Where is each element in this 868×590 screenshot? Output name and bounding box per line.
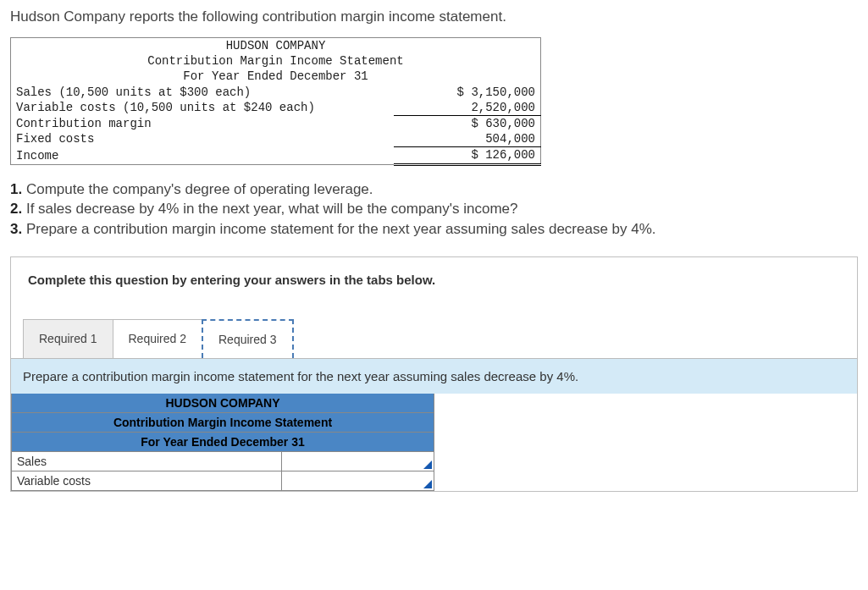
ans-company: HUDSON COMPANY: [12, 394, 434, 413]
tab-required-1[interactable]: Required 1: [23, 319, 113, 358]
tab-bar: Required 1 Required 2 Required 3: [11, 319, 857, 358]
row-sales-value: $ 3,150,000: [394, 85, 540, 100]
stmt-title: Contribution Margin Income Statement: [11, 53, 541, 69]
row-income-value: $ 126,000: [394, 147, 540, 164]
answer-input-table: HUDSON COMPANY Contribution Margin Incom…: [11, 394, 434, 491]
q2-text: If sales decrease by 4% in the next year…: [26, 201, 518, 217]
ans-title: Contribution Margin Income Statement: [12, 412, 434, 432]
row-cm-label: Contribution margin: [11, 115, 395, 131]
row-varcost-value: 2,520,000: [394, 100, 540, 116]
stmt-period: For Year Ended December 31: [11, 69, 541, 84]
row-cm-value: $ 630,000: [394, 115, 540, 131]
row-income-label: Income: [11, 147, 395, 164]
ans-period: For Year Ended December 31: [12, 432, 434, 451]
instruction-text: Complete this question by entering your …: [11, 257, 857, 302]
q3-text: Prepare a contribution margin income sta…: [26, 221, 656, 237]
question-list: 1. Compute the company's degree of opera…: [10, 179, 858, 240]
intro-text: Hudson Company reports the following con…: [10, 8, 858, 25]
income-statement-table: HUDSON COMPANY Contribution Margin Incom…: [10, 37, 541, 166]
tab-required-3[interactable]: Required 3: [202, 319, 294, 358]
q1-text: Compute the company's degree of operatin…: [26, 181, 373, 197]
row-sales-label: Sales (10,500 units at $300 each): [11, 85, 395, 100]
row-varcost-label: Variable costs (10,500 units at $240 eac…: [11, 100, 395, 116]
ans-sales-input[interactable]: [282, 451, 434, 471]
ans-varcost-input[interactable]: [282, 471, 434, 490]
ans-sales-label: Sales: [12, 451, 282, 471]
row-fixed-value: 504,000: [394, 131, 540, 147]
tab3-prompt: Prepare a contribution margin income sta…: [11, 358, 857, 394]
ans-varcost-label: Variable costs: [12, 471, 282, 490]
stmt-company: HUDSON COMPANY: [11, 38, 541, 54]
row-fixed-label: Fixed costs: [11, 131, 395, 147]
answer-panel: Complete this question by entering your …: [10, 256, 858, 492]
tab-required-2[interactable]: Required 2: [113, 319, 203, 358]
